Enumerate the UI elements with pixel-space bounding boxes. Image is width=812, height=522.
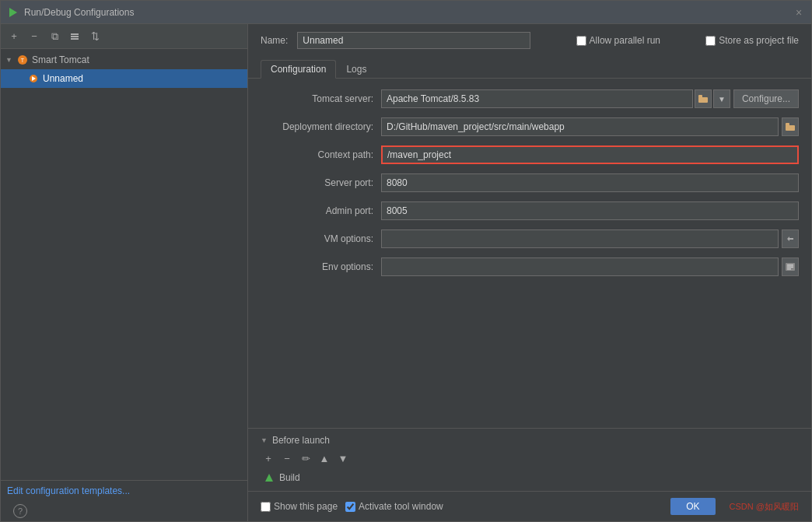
admin-port-label: Admin port: xyxy=(261,205,381,216)
chevron-down-icon: ▼ xyxy=(5,56,16,64)
store-as-project-label: Store as project file xyxy=(719,35,799,46)
bottom-bar: Show this page Activate tool window OK C… xyxy=(248,491,811,521)
before-launch-remove-button[interactable]: − xyxy=(279,450,295,466)
server-port-label: Server port: xyxy=(261,177,381,188)
env-options-input[interactable] xyxy=(381,257,779,276)
allow-parallel-checkbox[interactable] xyxy=(576,36,586,46)
remove-config-button[interactable]: − xyxy=(26,28,43,45)
help-button[interactable]: ? xyxy=(13,504,27,518)
svg-rect-1 xyxy=(71,33,79,35)
dialog-content: + − ⧉ ⇅ ▼ T Smart xyxy=(1,24,811,521)
context-path-label: Context path: xyxy=(261,149,381,160)
svg-rect-11 xyxy=(786,123,789,126)
sort-config-button[interactable]: ⇅ xyxy=(86,28,103,45)
svg-rect-14 xyxy=(787,267,793,268)
deployment-directory-label: Deployment directory: xyxy=(261,121,381,132)
tab-configuration[interactable]: Configuration xyxy=(261,60,336,79)
build-label: Build xyxy=(279,472,300,483)
move-config-button[interactable] xyxy=(66,28,83,45)
server-port-wrap xyxy=(381,173,799,192)
admin-port-input[interactable] xyxy=(381,201,799,220)
show-page-label: Show this page xyxy=(274,501,338,512)
server-port-input[interactable] xyxy=(381,173,799,192)
copy-config-button[interactable]: ⧉ xyxy=(46,28,63,45)
sidebar: + − ⧉ ⇅ ▼ T Smart xyxy=(1,24,248,521)
context-path-wrap xyxy=(381,145,799,164)
run-debug-dialog: Run/Debug Configurations × + − ⧉ ⇅ ▼ xyxy=(0,0,812,522)
env-options-row: Env options: xyxy=(261,256,799,278)
name-label: Name: xyxy=(261,35,288,46)
tomcat-folder-icon[interactable] xyxy=(695,89,712,108)
before-launch-title: Before launch xyxy=(272,435,330,446)
deployment-directory-wrap xyxy=(381,117,799,136)
sidebar-item-smart-tomcat[interactable]: ▼ T Smart Tomcat xyxy=(1,51,247,69)
before-launch-chevron-icon: ▼ xyxy=(261,436,268,444)
server-port-row: Server port: xyxy=(261,172,799,194)
configuration-form: Tomcat server: ▼ Configure... xyxy=(248,79,811,428)
tomcat-server-label: Tomcat server: xyxy=(261,93,381,104)
before-launch-build-item: Build xyxy=(261,471,799,485)
sidebar-item-unnamed[interactable]: Unnamed xyxy=(1,69,247,88)
store-as-project-wrap: Store as project file xyxy=(705,35,799,46)
watermark-text: CSDN @如风暖阳 xyxy=(730,501,799,513)
svg-marker-16 xyxy=(265,474,273,482)
svg-rect-8 xyxy=(698,97,708,103)
env-options-icon[interactable] xyxy=(782,257,799,276)
admin-port-wrap xyxy=(381,201,799,220)
edit-templates-link[interactable]: Edit configuration templates... xyxy=(7,485,130,496)
before-launch-toolbar: + − ✏ ▲ ▼ xyxy=(261,450,799,466)
name-input[interactable] xyxy=(297,32,530,49)
show-page-wrap: Show this page xyxy=(261,501,338,512)
before-launch-header: ▼ Before launch xyxy=(261,435,799,446)
tomcat-dropdown-icon[interactable]: ▼ xyxy=(713,89,730,108)
svg-rect-3 xyxy=(71,38,79,40)
tomcat-server-input[interactable] xyxy=(381,89,693,108)
before-launch-down-button[interactable]: ▼ xyxy=(335,450,351,466)
tomcat-server-wrap: ▼ Configure... xyxy=(381,89,799,108)
context-path-row: Context path: xyxy=(261,144,799,166)
tomcat-server-select-wrap: ▼ xyxy=(381,89,730,108)
before-launch-add-button[interactable]: + xyxy=(261,450,276,466)
vm-options-expand-icon[interactable] xyxy=(782,229,799,248)
help-row: ? xyxy=(1,501,247,521)
build-icon xyxy=(264,472,275,483)
before-launch-edit-button[interactable]: ✏ xyxy=(298,450,313,466)
sidebar-bottom: Edit configuration templates... xyxy=(1,480,247,501)
smart-tomcat-label: Smart Tomcat xyxy=(32,54,89,65)
run-config-icon xyxy=(27,72,40,85)
vm-options-input[interactable] xyxy=(381,229,779,248)
activate-tool-checkbox[interactable] xyxy=(345,502,355,512)
run-icon xyxy=(7,6,19,19)
dialog-title: Run/Debug Configurations xyxy=(24,7,788,18)
show-page-checkbox[interactable] xyxy=(261,502,271,512)
admin-port-row: Admin port: xyxy=(261,200,799,222)
deployment-browse-icon[interactable] xyxy=(782,117,799,136)
tomcat-server-row: Tomcat server: ▼ Configure... xyxy=(261,88,799,110)
title-bar: Run/Debug Configurations × xyxy=(1,1,811,24)
before-launch-up-button[interactable]: ▲ xyxy=(317,450,332,466)
svg-rect-10 xyxy=(786,125,795,131)
svg-rect-13 xyxy=(787,265,793,266)
main-panel: Name: Allow parallel run Store as projec… xyxy=(248,24,811,521)
context-path-input[interactable] xyxy=(381,145,799,164)
add-config-button[interactable]: + xyxy=(5,28,23,45)
deployment-directory-input[interactable] xyxy=(381,117,779,136)
ok-button[interactable]: OK xyxy=(670,498,715,515)
svg-rect-2 xyxy=(71,36,79,37)
configure-button[interactable]: Configure... xyxy=(733,89,799,108)
allow-parallel-label: Allow parallel run xyxy=(590,35,660,46)
store-as-project-checkbox[interactable] xyxy=(705,36,716,46)
vm-options-wrap xyxy=(381,229,799,248)
deployment-directory-row: Deployment directory: xyxy=(261,116,799,138)
svg-rect-9 xyxy=(698,95,702,98)
env-options-label: Env options: xyxy=(261,261,381,272)
svg-marker-0 xyxy=(9,8,17,17)
close-button[interactable]: × xyxy=(793,6,805,19)
env-options-wrap xyxy=(381,257,799,276)
svg-rect-15 xyxy=(787,268,791,270)
tab-logs[interactable]: Logs xyxy=(336,60,376,78)
header-row: Name: Allow parallel run Store as projec… xyxy=(248,24,811,49)
before-launch-section: ▼ Before launch + − ✏ ▲ ▼ Build xyxy=(248,428,811,491)
tomcat-group-icon: T xyxy=(16,54,29,66)
tabs-bar: Configuration Logs xyxy=(248,54,811,79)
